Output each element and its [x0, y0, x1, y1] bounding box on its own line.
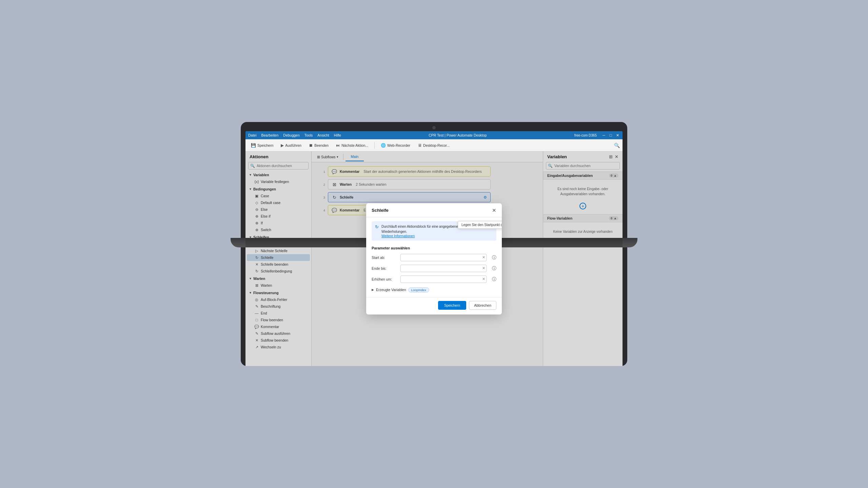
desktop-icon: 🖥	[418, 143, 422, 148]
toolbar-search-icon[interactable]: 🔍	[614, 143, 620, 148]
speichern-button[interactable]: 💾 Speichern	[248, 142, 276, 149]
play-icon: ▶	[281, 143, 284, 148]
beenden-button[interactable]: ⏹ Beenden	[306, 142, 331, 149]
modal-clear-ende-bis[interactable]: ✕	[482, 266, 485, 270]
save-icon: 💾	[251, 143, 256, 148]
modal-overlay[interactable]: Schleife ✕ ↻ Durchläuft einen Aktionsblo…	[312, 151, 543, 366]
modal-info-box: ↻ Durchläuft einen Aktionsblock für eine…	[372, 221, 496, 241]
menu-items: Datei Bearbeiten Debuggen Tools Ansicht …	[248, 133, 341, 137]
modal-title: Schleife	[372, 208, 389, 213]
menu-tools[interactable]: Tools	[304, 133, 313, 137]
modal-generated-vars[interactable]: ▶ Erzeugte Variablen LoopIndex	[366, 285, 502, 295]
main-layout: Aktionen 🔍 ▼ Variablen	[245, 151, 623, 366]
app-window: Datei Bearbeiten Debuggen Tools Ansicht …	[245, 131, 623, 366]
modal-cancel-button[interactable]: Abbrechen	[469, 301, 496, 310]
window-title: CPR Test | Power Automate Desktop	[429, 133, 487, 137]
modal-label-ende-bis: Ende bis:	[372, 266, 397, 270]
window-controls-area: free-com D365 ─ □ ✕	[574, 133, 620, 138]
web-recorder-button[interactable]: 🌐 Web-Recorder	[378, 142, 413, 149]
menu-hilfe[interactable]: Hilfe	[334, 133, 341, 137]
minimize-button[interactable]: ─	[601, 133, 606, 138]
modal-field-erhohen-um: Erhöhen um: ✕ ⓘ	[366, 274, 502, 285]
modal-close-button[interactable]: ✕	[492, 207, 496, 214]
generated-caret: ▶	[372, 288, 374, 291]
web-icon: 🌐	[381, 143, 386, 148]
ausfuhren-button[interactable]: ▶ Ausführen	[278, 142, 304, 149]
modal-section-title: Parameter auswählen	[366, 243, 502, 252]
modal-field-ende-bis: Ende bis: ✕ ⓘ	[366, 263, 502, 274]
modal-info-start-ab[interactable]: ⓘ	[492, 255, 496, 261]
modal-header: Schleife ✕	[366, 203, 502, 217]
modal-info-ende-bis[interactable]: ⓘ	[492, 265, 496, 271]
modal-info-erhohen-um[interactable]: ⓘ	[492, 276, 496, 282]
info-icon: ↻	[375, 224, 379, 229]
modal-input-erhohen-um[interactable]	[400, 276, 487, 283]
modal-input-start-ab[interactable]	[400, 254, 487, 261]
modal-input-wrap-start-ab: ✕	[400, 254, 487, 261]
nachste-aktion-button[interactable]: ⏭ Nächste Aktion...	[333, 142, 371, 149]
modal-info-content: Durchläuft einen Aktionsblock für eine a…	[381, 224, 493, 238]
modal-input-wrap-ende-bis: ✕	[400, 265, 487, 272]
menu-bar: Datei Bearbeiten Debuggen Tools Ansicht …	[245, 131, 623, 139]
modal-input-wrap-erhohen-um: ✕	[400, 276, 487, 283]
menu-bearbeiten[interactable]: Bearbeiten	[261, 133, 279, 137]
menu-debuggen[interactable]: Debuggen	[283, 133, 299, 137]
generated-label: Erzeugte Variablen	[376, 288, 406, 292]
modal-label-start-ab: Start ab:	[372, 256, 397, 260]
toolbar: 💾 Speichern ▶ Ausführen ⏹ Beenden ⏭ Näch…	[245, 139, 623, 151]
modal-info-text: Durchläuft einen Aktionsblock für eine a…	[381, 225, 475, 233]
stop-icon: ⏹	[309, 143, 313, 148]
toolbar-separator-1	[374, 142, 375, 149]
schleife-modal: Schleife ✕ ↻ Durchläuft einen Aktionsblo…	[366, 203, 502, 314]
close-button[interactable]: ✕	[615, 133, 620, 138]
user-label: free-com D365	[574, 134, 597, 137]
laptop-camera	[432, 126, 436, 129]
modal-clear-start-ab[interactable]: ✕	[482, 255, 485, 260]
modal-info-link[interactable]: Weitere Informationen	[381, 234, 493, 238]
modal-field-start-ab: Start ab: ✕ ⓘ	[366, 252, 502, 263]
maximize-button[interactable]: □	[608, 133, 613, 138]
modal-save-button[interactable]: Speichern	[438, 301, 466, 310]
modal-label-erhohen-um: Erhöhen um:	[372, 277, 397, 281]
modal-input-ende-bis[interactable]	[400, 265, 487, 272]
generated-badge: LoopIndex	[408, 287, 429, 292]
modal-clear-erhohen-um[interactable]: ✕	[482, 277, 485, 281]
desktop-recorder-button[interactable]: 🖥 Desktop-Recor...	[415, 142, 452, 149]
flow-area: ⊞ Subflows ▾ Main 1 💬 Ko	[312, 151, 543, 366]
window-controls: ─ □ ✕	[601, 133, 620, 138]
menu-datei[interactable]: Datei	[248, 133, 257, 137]
modal-footer: Speichern Abbrechen	[366, 297, 502, 314]
next-icon: ⏭	[336, 143, 340, 148]
menu-ansicht[interactable]: Ansicht	[317, 133, 329, 137]
